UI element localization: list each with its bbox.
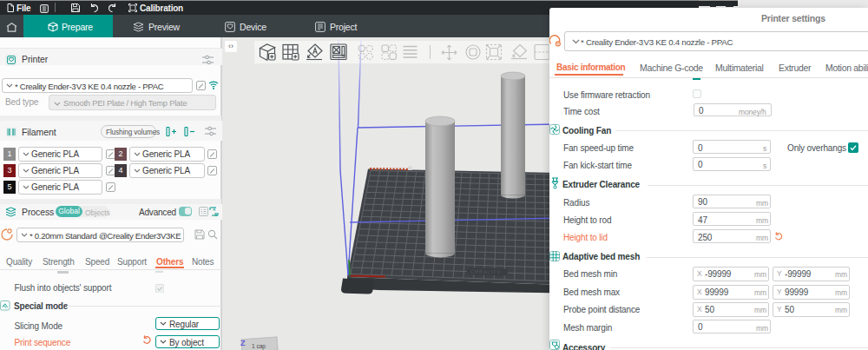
svg-text:CREALITY: CREALITY	[470, 269, 501, 275]
